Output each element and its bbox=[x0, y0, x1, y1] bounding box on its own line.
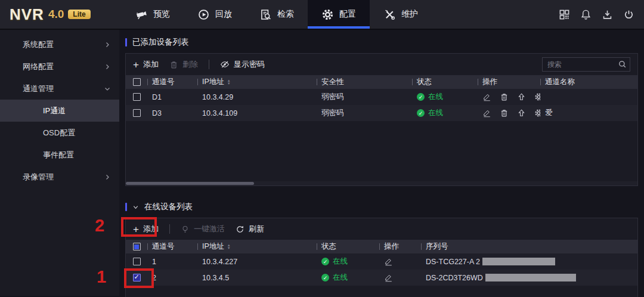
header-separator bbox=[317, 79, 317, 85]
sidebar-item-ip-channel[interactable]: IP通道 bbox=[0, 100, 119, 122]
sidebar-item-network-config[interactable]: 网络配置 bbox=[0, 55, 119, 78]
upgrade-icon[interactable] bbox=[517, 92, 526, 101]
toolbar-divider bbox=[169, 224, 170, 234]
logo-lite-badge: Lite bbox=[68, 10, 90, 19]
tab-configuration[interactable]: 配置 bbox=[308, 0, 370, 29]
refresh-icon bbox=[236, 225, 244, 234]
search-input[interactable] bbox=[542, 57, 630, 72]
row-checkbox-checked[interactable] bbox=[133, 274, 141, 281]
sidebar: 系统配置 网络配置 通道管理 IP通道 OSD配置 事件配置 录像管理 bbox=[0, 30, 119, 296]
edit-icon[interactable] bbox=[384, 257, 393, 266]
settings-icon[interactable] bbox=[534, 92, 540, 101]
header-separator bbox=[540, 79, 541, 85]
add-online-device-button[interactable]: + 添加 bbox=[133, 224, 159, 234]
show-password-button[interactable]: 显示密码 bbox=[220, 59, 265, 70]
security-level: 弱密码 bbox=[317, 92, 344, 102]
add-online-device-label: 添加 bbox=[143, 224, 159, 234]
check-circle-icon: ✓ bbox=[417, 93, 425, 101]
select-all-checkbox[interactable] bbox=[133, 78, 141, 86]
header-separator bbox=[421, 243, 422, 250]
serial-number: DS-TCG227-A 2 bbox=[421, 258, 480, 266]
sidebar-item-osd-config[interactable]: OSD配置 bbox=[0, 122, 119, 144]
one-key-activate-label: 一键激活 bbox=[194, 224, 225, 234]
column-header-channel-name: 通道名称 bbox=[545, 77, 575, 87]
scrollbar-thumb[interactable] bbox=[126, 182, 254, 185]
delete-icon[interactable] bbox=[500, 109, 509, 117]
ip-address: 10.3.4.29 bbox=[197, 93, 233, 101]
sort-control[interactable]: ▲▼ bbox=[227, 79, 231, 85]
sidebar-item-record-management[interactable]: 录像管理 bbox=[0, 166, 119, 188]
refresh-button[interactable]: 刷新 bbox=[236, 224, 264, 234]
settings-icon[interactable] bbox=[534, 109, 540, 117]
column-header-ip: IP地址 bbox=[202, 242, 224, 252]
row-checkbox[interactable] bbox=[133, 258, 141, 265]
plus-icon: + bbox=[133, 224, 139, 234]
add-device-button[interactable]: + 添加 bbox=[133, 59, 159, 70]
sidebar-item-label: OSD配置 bbox=[43, 128, 75, 138]
header-separator bbox=[317, 243, 317, 250]
topbar-utility-icons bbox=[559, 0, 644, 29]
one-key-activate-button[interactable]: 一键激活 bbox=[181, 224, 225, 234]
tab-playback-label: 回放 bbox=[215, 9, 232, 20]
chevron-right-icon bbox=[104, 174, 111, 181]
sidebar-item-system-config[interactable]: 系统配置 bbox=[0, 33, 119, 55]
sidebar-item-label: 事件配置 bbox=[43, 150, 74, 160]
channel-number: 2 bbox=[147, 274, 156, 282]
select-all-checkbox-indeterminate[interactable] bbox=[133, 243, 141, 250]
column-header-channel: 通道号 bbox=[152, 77, 175, 87]
table-empty-area bbox=[126, 286, 637, 297]
row-checkbox[interactable] bbox=[133, 93, 141, 101]
ip-address: 10.3.4.227 bbox=[197, 258, 237, 266]
check-circle-icon: ✓ bbox=[321, 274, 329, 281]
tab-preview-label: 预览 bbox=[153, 9, 170, 20]
tab-maintenance-label: 维护 bbox=[401, 9, 418, 20]
top-bar: NVR 4.0 Lite 预览 回放 检索 bbox=[0, 0, 644, 30]
sidebar-item-channel-management[interactable]: 通道管理 bbox=[0, 78, 119, 100]
power-icon[interactable] bbox=[623, 9, 634, 20]
status-badge: ✓ 在线 bbox=[317, 273, 348, 283]
upgrade-icon[interactable] bbox=[517, 109, 526, 117]
sort-control[interactable]: ▲▼ bbox=[227, 244, 231, 250]
check-circle-icon: ✓ bbox=[321, 258, 329, 265]
search-icon[interactable] bbox=[618, 60, 627, 69]
refresh-label: 刷新 bbox=[249, 224, 264, 234]
channel-number: D1 bbox=[147, 93, 162, 101]
playback-icon bbox=[197, 8, 210, 21]
sidebar-item-event-config[interactable]: 事件配置 bbox=[0, 144, 119, 166]
bell-icon[interactable] bbox=[580, 9, 592, 20]
app-logo: NVR 4.0 Lite bbox=[0, 0, 113, 29]
delete-device-button[interactable]: 删除 bbox=[169, 59, 198, 70]
qr-code-icon[interactable] bbox=[559, 9, 570, 20]
row-checkbox[interactable] bbox=[133, 109, 141, 117]
table-row[interactable]: 2 10.3.4.5 ✓ 在线 DS-2CD3T26WD bbox=[126, 270, 637, 286]
column-header-ip: IP地址 bbox=[202, 77, 224, 87]
column-header-status: 状态 bbox=[417, 77, 432, 87]
security-level: 弱密码 bbox=[317, 108, 344, 118]
table-row[interactable]: 1 10.3.4.227 ✓ 在线 DS-TCG227- bbox=[126, 253, 637, 270]
bulb-icon bbox=[181, 225, 190, 234]
delete-icon[interactable] bbox=[500, 92, 509, 101]
tab-preview[interactable]: 预览 bbox=[122, 0, 184, 29]
table-row[interactable]: D1 10.3.4.29 弱密码 ✓ 在线 bbox=[126, 89, 637, 105]
header-separator bbox=[197, 243, 198, 250]
tab-maintenance[interactable]: 维护 bbox=[370, 0, 432, 29]
table-row[interactable]: D3 10.3.4.109 弱密码 ✓ 在线 bbox=[126, 105, 637, 121]
edit-icon[interactable] bbox=[384, 273, 393, 282]
section-accent-bar bbox=[125, 38, 127, 47]
status-badge: ✓ 在线 bbox=[317, 256, 348, 267]
header-separator bbox=[147, 79, 148, 85]
header-separator bbox=[379, 243, 380, 250]
trash-icon bbox=[169, 60, 178, 69]
channel-name: 爱 bbox=[540, 108, 553, 118]
header-separator bbox=[478, 79, 478, 85]
tab-search[interactable]: 检索 bbox=[246, 0, 308, 29]
download-icon[interactable] bbox=[602, 9, 613, 20]
camera-icon bbox=[135, 8, 148, 21]
header-separator bbox=[147, 243, 148, 250]
edit-icon[interactable] bbox=[482, 92, 491, 101]
logo-version: 4.0 bbox=[48, 8, 64, 21]
collapse-chevron-icon[interactable] bbox=[132, 204, 139, 211]
tab-playback[interactable]: 回放 bbox=[184, 0, 246, 29]
tools-icon bbox=[383, 8, 396, 21]
edit-icon[interactable] bbox=[482, 109, 491, 117]
